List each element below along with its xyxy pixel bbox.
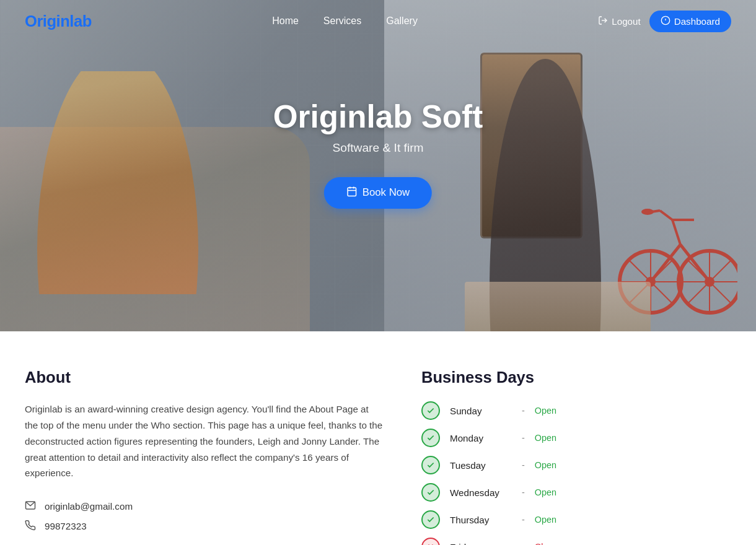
day-row: Thursday-Open bbox=[421, 510, 731, 529]
day-row: Monday-Open bbox=[421, 429, 731, 447]
open-badge bbox=[421, 483, 440, 502]
content-section: About Originlab is an award-winning crea… bbox=[0, 331, 756, 545]
day-row: Friday-Close bbox=[421, 538, 731, 545]
day-status: Open bbox=[535, 515, 556, 525]
day-name: Tuesday bbox=[450, 460, 512, 471]
svg-rect-23 bbox=[348, 188, 356, 196]
navbar: Originlab Home Services Gallery Logout D… bbox=[0, 0, 756, 42]
day-name: Wednesday bbox=[450, 487, 512, 498]
day-row: Wednesday-Open bbox=[421, 483, 731, 502]
business-days-title: Business Days bbox=[421, 368, 731, 386]
business-days-column: Business Days Sunday-OpenMonday-OpenTues… bbox=[421, 368, 731, 545]
email-value: originlab@gmail.com bbox=[45, 501, 133, 512]
about-body: Originlab is an award-winning creative d… bbox=[25, 401, 384, 481]
open-badge bbox=[421, 456, 440, 474]
day-name: Monday bbox=[450, 433, 512, 443]
hero-section: Originlab Soft Software & It firm Book N… bbox=[0, 0, 756, 331]
logout-button[interactable]: Logout bbox=[598, 15, 640, 27]
closed-badge bbox=[421, 538, 440, 545]
email-contact: originlab@gmail.com bbox=[25, 500, 384, 512]
day-row: Sunday-Open bbox=[421, 401, 731, 420]
day-separator: - bbox=[522, 433, 525, 443]
day-name: Sunday bbox=[450, 406, 512, 416]
email-icon bbox=[25, 500, 37, 512]
dashboard-icon bbox=[661, 15, 670, 27]
day-separator: - bbox=[522, 406, 525, 416]
hero-desk bbox=[465, 282, 651, 331]
day-status: Open bbox=[535, 460, 556, 470]
nav-link-services[interactable]: Services bbox=[323, 15, 361, 26]
day-name: Thursday bbox=[450, 515, 512, 525]
day-row: Tuesday-Open bbox=[421, 456, 731, 474]
day-separator: - bbox=[522, 460, 525, 470]
svg-point-22 bbox=[641, 209, 654, 215]
hero-title: Originlab Soft bbox=[273, 98, 483, 135]
logo[interactable]: Originlab bbox=[25, 12, 92, 30]
about-column: About Originlab is an award-winning crea… bbox=[25, 368, 384, 545]
svg-line-18 bbox=[672, 220, 680, 245]
phone-value: 99872323 bbox=[45, 521, 87, 531]
svg-line-20 bbox=[660, 211, 672, 220]
nav-link-gallery[interactable]: Gallery bbox=[386, 15, 418, 26]
day-status: Open bbox=[535, 487, 556, 497]
logout-icon bbox=[598, 15, 608, 27]
day-name: Friday bbox=[450, 542, 512, 546]
phone-icon bbox=[25, 520, 37, 532]
day-separator: - bbox=[522, 487, 525, 497]
calendar-icon bbox=[346, 186, 358, 200]
book-now-button[interactable]: Book Now bbox=[324, 177, 432, 209]
hero-subtitle: Software & It firm bbox=[273, 141, 483, 155]
day-status: Open bbox=[535, 433, 556, 443]
hero-content: Originlab Soft Software & It firm Book N… bbox=[273, 98, 483, 209]
day-separator: - bbox=[522, 542, 525, 545]
day-status: Close bbox=[535, 542, 558, 545]
nav-right: Logout Dashboard bbox=[598, 11, 731, 32]
open-badge bbox=[421, 429, 440, 447]
open-badge bbox=[421, 401, 440, 420]
phone-contact: 99872323 bbox=[25, 520, 384, 532]
nav-link-home[interactable]: Home bbox=[272, 15, 299, 26]
dashboard-button[interactable]: Dashboard bbox=[649, 11, 731, 32]
nav-links: Home Services Gallery bbox=[272, 15, 418, 27]
days-list: Sunday-OpenMonday-OpenTuesday-OpenWednes… bbox=[421, 401, 731, 545]
about-title: About bbox=[25, 368, 384, 386]
day-separator: - bbox=[522, 515, 525, 525]
open-badge bbox=[421, 510, 440, 529]
day-status: Open bbox=[535, 406, 556, 416]
